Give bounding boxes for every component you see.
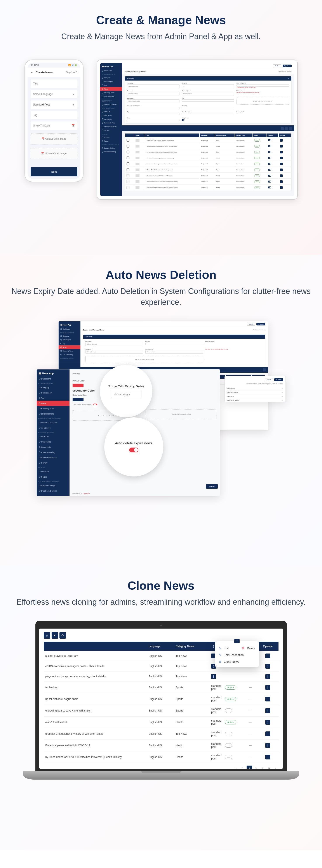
- page-num[interactable]: 2: [247, 766, 252, 769]
- row-menu-button[interactable]: [280, 163, 283, 165]
- row-menu-button[interactable]: [280, 168, 283, 171]
- row-menu-button[interactable]: ⋮: [265, 696, 270, 702]
- auto-delete-toggle[interactable]: [129, 447, 138, 453]
- publish-toggle[interactable]: [268, 186, 271, 188]
- title-input[interactable]: [182, 99, 234, 101]
- row-checkbox[interactable]: [127, 174, 130, 177]
- sidebar-item[interactable]: Subcategory: [59, 338, 80, 342]
- sidebar-item[interactable]: Send Notifications: [100, 125, 122, 128]
- sidebar-item[interactable]: Location: [37, 469, 70, 474]
- sidebar-item[interactable]: Subcategory: [100, 80, 122, 83]
- sidebar-item[interactable]: Featured Sections: [37, 420, 70, 425]
- upload-main-image[interactable]: 📅 Upload Main Image: [31, 133, 77, 145]
- lang-pill[interactable]: English: [265, 378, 273, 381]
- page-num[interactable]: 3: [253, 766, 259, 769]
- sidebar-item[interactable]: All Spaces: [37, 425, 70, 431]
- row-menu-button[interactable]: [280, 180, 283, 183]
- sidebar-item[interactable]: User Roles: [37, 439, 70, 444]
- page-next[interactable]: ›: [273, 766, 279, 769]
- sidebar-item[interactable]: Breaking News: [59, 349, 80, 353]
- collapse-icon[interactable]: −: [288, 78, 289, 79]
- lang-pill[interactable]: English: [247, 322, 255, 326]
- sidebar-item[interactable]: Send Notifications: [37, 455, 70, 460]
- publish-toggle[interactable]: [268, 145, 271, 147]
- user-pill[interactable]: M_admin: [274, 378, 283, 381]
- post-type-select[interactable]: Standard Post▼: [31, 100, 77, 109]
- sidebar-item-dashboard[interactable]: Dashboard: [59, 327, 80, 331]
- upload-dropzone[interactable]: Drag & Drop your files or Browse: [237, 98, 289, 104]
- sidebar-item[interactable]: Featured Sections: [100, 103, 122, 106]
- row-menu-button[interactable]: ⋮: [265, 653, 270, 658]
- sidebar-item[interactable]: Subcategory: [37, 390, 70, 396]
- refresh-button[interactable]: ⟳: [60, 632, 66, 639]
- row-checkbox[interactable]: [127, 139, 130, 142]
- subcategory-select[interactable]: Select Subcategory: [127, 99, 180, 103]
- color-swatch[interactable]: [73, 398, 83, 401]
- auto-delete-toggle[interactable]: [93, 404, 97, 406]
- sidebar-item[interactable]: Breaking News: [37, 406, 70, 411]
- sidebar-item[interactable]: Category: [37, 385, 70, 390]
- sidebar-item[interactable]: Location: [100, 135, 122, 139]
- sidebar-item[interactable]: Pages: [37, 474, 70, 479]
- publish-toggle[interactable]: [268, 169, 271, 171]
- slug-input[interactable]: [127, 119, 180, 121]
- kebab-icon[interactable]: ⋮: [234, 639, 240, 643]
- search-icon[interactable]: [281, 127, 284, 130]
- meta-desc-input[interactable]: [182, 113, 234, 115]
- row-checkbox[interactable]: [127, 145, 130, 148]
- sidebar-item[interactable]: User Roles: [100, 114, 122, 117]
- sidebar-item[interactable]: Database Backup: [100, 150, 122, 154]
- color-swatch[interactable]: [73, 384, 83, 387]
- row-menu-button[interactable]: [280, 186, 283, 189]
- sidebar-item[interactable]: Live Streaming: [59, 353, 80, 356]
- tag-input[interactable]: [127, 113, 180, 115]
- sidebar-item[interactable]: Comments: [100, 117, 122, 121]
- row-menu-button[interactable]: ⋮: [265, 720, 270, 725]
- meta-keywords-input[interactable]: [237, 85, 289, 87]
- sidebar-item[interactable]: Category: [59, 334, 80, 338]
- user-pill[interactable]: M_admin: [256, 323, 265, 326]
- menu-delete[interactable]: 🗑Delete: [238, 645, 259, 652]
- notify-toggle[interactable]: [182, 119, 185, 121]
- col-checkbox[interactable]: [125, 133, 134, 137]
- sidebar-item[interactable]: Database Backup: [37, 488, 70, 494]
- lang-pill[interactable]: English: [273, 64, 281, 67]
- sidebar-item[interactable]: User List: [100, 110, 122, 114]
- language-select[interactable]: Select Language: [127, 85, 180, 88]
- content-type-select[interactable]: Standard Post: [182, 92, 234, 95]
- row-menu-button[interactable]: ⋮: [265, 674, 270, 679]
- sidebar-item[interactable]: Comments Flag: [100, 121, 122, 125]
- publish-toggle[interactable]: [268, 157, 271, 159]
- row-menu-button[interactable]: [280, 175, 283, 177]
- tag-input[interactable]: Tag: [31, 111, 77, 119]
- search-button[interactable]: ⌕: [44, 632, 50, 639]
- sidebar-item-dashboard[interactable]: Dashboard: [100, 69, 122, 73]
- sidebar-item[interactable]: Tag: [100, 83, 122, 87]
- sidebar-item[interactable]: News: [59, 345, 80, 349]
- user-pill[interactable]: M_admin: [283, 65, 292, 67]
- row-menu-button[interactable]: ⋮: [265, 732, 270, 736]
- kebab-icon[interactable]: ⋮: [211, 674, 216, 679]
- back-icon[interactable]: ←: [31, 70, 34, 74]
- publish-toggle[interactable]: [268, 175, 271, 177]
- sidebar-item-dashboard[interactable]: Dashboard: [37, 376, 70, 381]
- publish-toggle[interactable]: [268, 163, 271, 165]
- filter-icon[interactable]: [285, 127, 288, 130]
- submit-button[interactable]: Submit: [206, 484, 218, 489]
- row-checkbox[interactable]: [127, 151, 130, 153]
- sidebar-item[interactable]: Tag: [37, 396, 70, 401]
- row-menu-button[interactable]: ⋮: [265, 743, 270, 748]
- sidebar-item[interactable]: Live Streaming: [100, 95, 122, 98]
- row-menu-button[interactable]: [280, 157, 283, 159]
- row-menu-button[interactable]: ⋮: [265, 664, 270, 669]
- filter-button[interactable]: ▼: [51, 632, 58, 639]
- next-button[interactable]: Next: [31, 167, 77, 177]
- sidebar-item[interactable]: Survey: [100, 128, 122, 132]
- show-till-input[interactable]: Show Till Date📅: [31, 121, 77, 130]
- publish-toggle[interactable]: [268, 181, 271, 183]
- row-checkbox[interactable]: [127, 156, 130, 159]
- publish-toggle[interactable]: [268, 151, 271, 153]
- date-input[interactable]: dd-mm-yyyy: [111, 391, 141, 398]
- sidebar-item[interactable]: News: [37, 401, 70, 406]
- sidebar-item[interactable]: User List: [37, 434, 70, 439]
